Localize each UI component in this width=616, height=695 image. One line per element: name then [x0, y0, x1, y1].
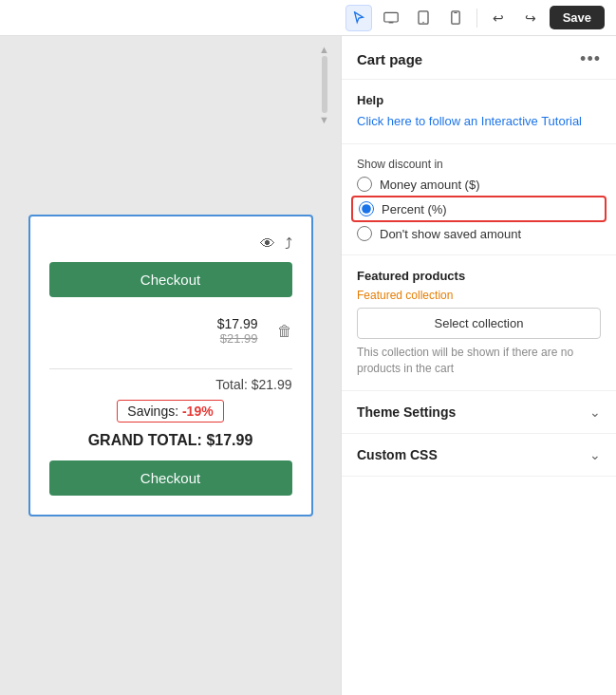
- monitor-icon[interactable]: [378, 5, 404, 31]
- radio-percent[interactable]: Percent (%): [351, 196, 607, 222]
- canvas-area: ▲ ▼ 👁 ⤴ Checkout $17.99 $21.99 🗑 Total: …: [0, 36, 341, 695]
- radio-money-input[interactable]: [357, 177, 372, 192]
- radio-none-input[interactable]: [357, 226, 372, 241]
- savings-label: Savings:: [127, 404, 178, 419]
- checkout-button-top[interactable]: Checkout: [49, 262, 292, 297]
- theme-settings-chevron: ⌄: [589, 404, 601, 420]
- price-original: $21.99: [217, 331, 258, 346]
- eye-icon[interactable]: 👁: [260, 235, 275, 253]
- tutorial-link[interactable]: Click here to follow an Interactive Tuto…: [357, 114, 582, 128]
- scroll-up-arrow[interactable]: ▲: [319, 44, 329, 55]
- svg-point-4: [422, 22, 423, 23]
- radio-money-label: Money amount ($): [380, 178, 480, 192]
- theme-settings-section[interactable]: Theme Settings ⌄: [342, 391, 616, 434]
- featured-collection-label: Featured collection: [357, 289, 601, 302]
- grand-total: GRAND TOTAL: $17.99: [49, 432, 292, 449]
- radio-percent-input[interactable]: [359, 201, 374, 216]
- grand-total-label: GRAND TOTAL:: [88, 432, 202, 448]
- cart-item: $17.99 $21.99 🗑: [49, 316, 292, 357]
- custom-css-section[interactable]: Custom CSS ⌄: [342, 434, 616, 477]
- svg-rect-0: [383, 12, 397, 22]
- price-stack: $17.99 $21.99: [217, 316, 258, 346]
- undo-icon[interactable]: ↩: [485, 5, 512, 31]
- toolbar: ↩ ↪ Save: [0, 0, 616, 36]
- radio-none[interactable]: Don't show saved amount: [357, 226, 601, 241]
- redo-icon[interactable]: ↪: [517, 5, 544, 31]
- more-options-icon[interactable]: •••: [580, 49, 601, 69]
- panel-header: Cart page •••: [342, 36, 616, 80]
- savings-row: Savings: -19%: [49, 400, 292, 423]
- collection-helper-text: This collection will be shown if there a…: [357, 345, 601, 377]
- tablet-icon[interactable]: [410, 5, 437, 31]
- help-label: Help: [357, 93, 601, 107]
- grand-total-value: $17.99: [206, 432, 252, 448]
- price-current: $17.99: [217, 316, 258, 331]
- discount-section: Show discount in Money amount ($) Percen…: [342, 144, 616, 255]
- radio-group: Money amount ($) Percent (%) Don't show …: [357, 177, 601, 241]
- theme-settings-title: Theme Settings: [357, 404, 456, 420]
- trash-icon[interactable]: 🗑: [277, 323, 292, 340]
- featured-label-title: Featured products: [357, 269, 601, 283]
- help-section: Help Click here to follow an Interactive…: [342, 80, 616, 144]
- radio-none-label: Don't show saved amount: [380, 227, 521, 241]
- custom-css-chevron: ⌄: [589, 447, 601, 462]
- share-icon[interactable]: ⤴: [285, 235, 292, 253]
- savings-value: -19%: [182, 404, 214, 419]
- toolbar-separator: [476, 9, 477, 28]
- panel-title: Cart page: [357, 51, 422, 67]
- scroll-bar-track[interactable]: [322, 56, 327, 113]
- discount-label: Show discount in: [357, 158, 601, 171]
- right-panel: Cart page ••• Help Click here to follow …: [341, 36, 616, 695]
- icons-row: 👁 ⤴: [49, 235, 292, 253]
- main-layout: ▲ ▼ 👁 ⤴ Checkout $17.99 $21.99 🗑 Total: …: [0, 36, 616, 695]
- select-collection-button[interactable]: Select collection: [357, 308, 601, 339]
- total-row: Total: $21.99: [49, 377, 292, 392]
- radio-money[interactable]: Money amount ($): [357, 177, 601, 192]
- custom-css-title: Custom CSS: [357, 447, 438, 462]
- scroll-down-arrow[interactable]: ▼: [319, 114, 329, 125]
- radio-percent-label: Percent (%): [382, 202, 447, 216]
- cart-divider: [49, 368, 292, 369]
- save-button[interactable]: Save: [550, 6, 605, 29]
- checkout-button-bottom[interactable]: Checkout: [49, 460, 292, 496]
- featured-section: Featured products Featured collection Se…: [342, 255, 616, 391]
- mobile-icon[interactable]: [442, 5, 469, 31]
- savings-badge: Savings: -19%: [117, 400, 223, 423]
- cursor-icon[interactable]: [345, 5, 372, 31]
- cart-widget: 👁 ⤴ Checkout $17.99 $21.99 🗑 Total: $21.…: [28, 215, 313, 517]
